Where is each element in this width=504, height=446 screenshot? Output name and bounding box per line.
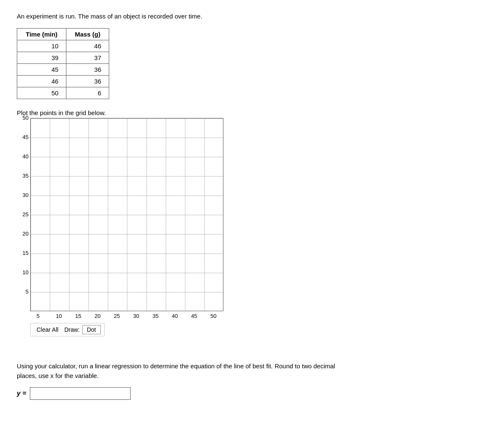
- x-axis-label: 25: [114, 313, 120, 319]
- y-axis-label: 5: [26, 289, 29, 294]
- y-axis-label: 30: [23, 192, 29, 198]
- plot-instruction: Plot the points in the grid below.: [17, 109, 487, 116]
- x-axis-label: 15: [75, 313, 81, 319]
- y-axis-label: 40: [23, 154, 29, 159]
- table-cell: 46: [66, 40, 109, 52]
- table-cell: 39: [17, 52, 66, 64]
- table-cell: 36: [66, 76, 109, 87]
- table-cell: 46: [17, 76, 66, 87]
- equation-row: y =: [17, 387, 487, 400]
- col-header-mass: Mass (g): [66, 29, 109, 40]
- y-equals-label: y =: [17, 390, 26, 397]
- table-cell: 50: [17, 87, 66, 99]
- table-cell: 45: [17, 64, 66, 76]
- y-axis-labels: 5045403530252015105: [17, 118, 30, 311]
- chart-area: 5045403530252015105 5101520253035404550: [17, 118, 223, 320]
- grid-svg[interactable]: [30, 118, 223, 311]
- clear-all-button[interactable]: Clear All: [34, 325, 61, 334]
- chart-controls: Clear All Draw: Dot: [30, 323, 105, 336]
- dot-button[interactable]: Dot: [82, 325, 101, 334]
- x-axis-label: 5: [37, 313, 39, 319]
- x-axis-label: 35: [152, 313, 158, 319]
- table-cell: 37: [66, 52, 109, 64]
- table-cell: 6: [66, 87, 109, 99]
- draw-label: Draw:: [64, 326, 80, 333]
- table-cell: 36: [66, 64, 109, 76]
- regression-text: Using your calculator, run a linear regr…: [17, 362, 353, 380]
- y-axis-label: 50: [23, 115, 29, 121]
- chart-container: 5045403530252015105 5101520253035404550 …: [17, 118, 223, 336]
- x-axis-label: 20: [94, 313, 100, 319]
- col-header-time: Time (min): [17, 29, 66, 40]
- x-axis-label: 40: [172, 313, 178, 319]
- intro-text: An experiment is run. The mass of an obj…: [17, 13, 487, 20]
- grid-and-xaxis: 5101520253035404550: [30, 118, 223, 320]
- x-axis-label: 45: [191, 313, 197, 319]
- y-axis-label: 25: [23, 212, 29, 217]
- y-axis-label: 35: [23, 173, 29, 178]
- y-axis-label: 45: [23, 134, 29, 140]
- y-axis-label: 15: [23, 250, 29, 256]
- data-table: Time (min) Mass (g) 1046393745364636506: [17, 28, 109, 99]
- equation-input[interactable]: [30, 387, 131, 400]
- x-axis-label: 50: [210, 313, 216, 319]
- x-axis-label: 30: [133, 313, 139, 319]
- table-cell: 10: [17, 40, 66, 52]
- x-axis-labels: 5101520253035404550: [30, 312, 223, 320]
- x-axis-label: 10: [56, 313, 62, 319]
- y-axis-label: 20: [23, 231, 29, 236]
- y-axis-label: 10: [23, 270, 29, 275]
